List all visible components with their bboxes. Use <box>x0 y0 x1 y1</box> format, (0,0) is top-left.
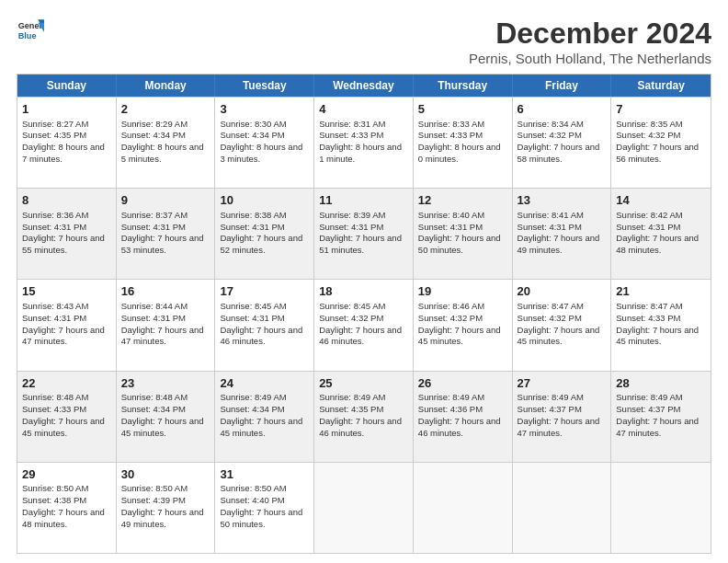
day-info: Sunrise: 8:50 AM Sunset: 4:39 PM Dayligh… <box>121 483 210 530</box>
calendar-cell: 9Sunrise: 8:37 AM Sunset: 4:31 PM Daylig… <box>117 189 216 279</box>
calendar-row-1: 8Sunrise: 8:36 AM Sunset: 4:31 PM Daylig… <box>17 188 711 279</box>
day-number: 6 <box>518 101 607 118</box>
calendar-cell: 30Sunrise: 8:50 AM Sunset: 4:39 PM Dayli… <box>117 463 216 553</box>
calendar-cell: 26Sunrise: 8:49 AM Sunset: 4:36 PM Dayli… <box>414 372 513 462</box>
day-number: 12 <box>418 192 507 209</box>
day-number: 11 <box>319 192 408 209</box>
day-number: 23 <box>121 375 210 392</box>
day-number: 22 <box>22 375 111 392</box>
calendar-cell: 7Sunrise: 8:35 AM Sunset: 4:32 PM Daylig… <box>611 98 711 188</box>
day-number: 31 <box>220 466 309 483</box>
day-info: Sunrise: 8:44 AM Sunset: 4:31 PM Dayligh… <box>121 301 210 348</box>
day-info: Sunrise: 8:31 AM Sunset: 4:33 PM Dayligh… <box>319 119 408 166</box>
day-number: 10 <box>220 192 309 209</box>
day-info: Sunrise: 8:27 AM Sunset: 4:35 PM Dayligh… <box>22 119 111 166</box>
day-number: 5 <box>418 101 507 118</box>
day-number: 19 <box>418 283 507 300</box>
day-number: 3 <box>220 101 309 118</box>
logo: General Blue <box>17 17 44 44</box>
header-cell-wednesday: Wednesday <box>314 75 414 97</box>
calendar-cell: 23Sunrise: 8:48 AM Sunset: 4:34 PM Dayli… <box>117 372 216 462</box>
day-info: Sunrise: 8:30 AM Sunset: 4:34 PM Dayligh… <box>220 119 309 166</box>
calendar-cell <box>414 463 513 553</box>
page: General Blue December 2024 Pernis, South… <box>0 0 728 563</box>
day-info: Sunrise: 8:49 AM Sunset: 4:37 PM Dayligh… <box>518 392 607 439</box>
day-info: Sunrise: 8:43 AM Sunset: 4:31 PM Dayligh… <box>22 301 111 348</box>
day-info: Sunrise: 8:29 AM Sunset: 4:34 PM Dayligh… <box>121 119 210 166</box>
subtitle: Pernis, South Holland, The Netherlands <box>469 51 711 66</box>
day-number: 4 <box>319 101 408 118</box>
day-info: Sunrise: 8:39 AM Sunset: 4:31 PM Dayligh… <box>319 210 408 257</box>
day-number: 13 <box>518 192 607 209</box>
calendar-cell: 12Sunrise: 8:40 AM Sunset: 4:31 PM Dayli… <box>414 189 513 279</box>
calendar-cell: 21Sunrise: 8:47 AM Sunset: 4:33 PM Dayli… <box>611 280 711 370</box>
calendar-cell: 17Sunrise: 8:45 AM Sunset: 4:31 PM Dayli… <box>215 280 314 370</box>
header-cell-monday: Monday <box>117 75 216 97</box>
calendar-header: SundayMondayTuesdayWednesdayThursdayFrid… <box>17 75 711 97</box>
day-info: Sunrise: 8:47 AM Sunset: 4:33 PM Dayligh… <box>616 301 706 348</box>
day-number: 25 <box>319 375 408 392</box>
calendar-row-2: 15Sunrise: 8:43 AM Sunset: 4:31 PM Dayli… <box>17 279 711 370</box>
calendar-cell: 24Sunrise: 8:49 AM Sunset: 4:34 PM Dayli… <box>215 372 314 462</box>
calendar: SundayMondayTuesdayWednesdayThursdayFrid… <box>17 74 711 554</box>
day-info: Sunrise: 8:50 AM Sunset: 4:38 PM Dayligh… <box>22 483 111 530</box>
calendar-cell: 13Sunrise: 8:41 AM Sunset: 4:31 PM Dayli… <box>513 189 612 279</box>
day-number: 1 <box>22 101 111 118</box>
header-cell-sunday: Sunday <box>17 75 117 97</box>
day-number: 17 <box>220 283 309 300</box>
calendar-cell: 4Sunrise: 8:31 AM Sunset: 4:33 PM Daylig… <box>314 98 414 188</box>
calendar-cell: 5Sunrise: 8:33 AM Sunset: 4:33 PM Daylig… <box>414 98 513 188</box>
calendar-cell: 25Sunrise: 8:49 AM Sunset: 4:35 PM Dayli… <box>314 372 414 462</box>
day-info: Sunrise: 8:34 AM Sunset: 4:32 PM Dayligh… <box>518 119 607 166</box>
title-block: December 2024 Pernis, South Holland, The… <box>469 17 711 66</box>
day-number: 26 <box>418 375 507 392</box>
day-info: Sunrise: 8:42 AM Sunset: 4:31 PM Dayligh… <box>616 210 706 257</box>
day-number: 9 <box>121 192 210 209</box>
day-number: 16 <box>121 283 210 300</box>
header-cell-thursday: Thursday <box>414 75 513 97</box>
calendar-cell: 27Sunrise: 8:49 AM Sunset: 4:37 PM Dayli… <box>513 372 612 462</box>
day-number: 29 <box>22 466 111 483</box>
calendar-row-3: 22Sunrise: 8:48 AM Sunset: 4:33 PM Dayli… <box>17 371 711 462</box>
calendar-cell: 29Sunrise: 8:50 AM Sunset: 4:38 PM Dayli… <box>17 463 117 553</box>
day-info: Sunrise: 8:49 AM Sunset: 4:37 PM Dayligh… <box>616 392 706 439</box>
calendar-body: 1Sunrise: 8:27 AM Sunset: 4:35 PM Daylig… <box>17 97 711 553</box>
calendar-cell: 15Sunrise: 8:43 AM Sunset: 4:31 PM Dayli… <box>17 280 117 370</box>
day-number: 15 <box>22 283 111 300</box>
day-number: 30 <box>121 466 210 483</box>
calendar-cell: 1Sunrise: 8:27 AM Sunset: 4:35 PM Daylig… <box>17 98 117 188</box>
calendar-cell: 3Sunrise: 8:30 AM Sunset: 4:34 PM Daylig… <box>215 98 314 188</box>
svg-text:Blue: Blue <box>18 31 37 40</box>
logo-icon: General Blue <box>17 17 44 44</box>
day-number: 27 <box>518 375 607 392</box>
day-info: Sunrise: 8:45 AM Sunset: 4:32 PM Dayligh… <box>319 301 408 348</box>
day-info: Sunrise: 8:35 AM Sunset: 4:32 PM Dayligh… <box>616 119 706 166</box>
calendar-row-4: 29Sunrise: 8:50 AM Sunset: 4:38 PM Dayli… <box>17 462 711 553</box>
header-cell-tuesday: Tuesday <box>215 75 314 97</box>
calendar-cell <box>513 463 612 553</box>
day-info: Sunrise: 8:41 AM Sunset: 4:31 PM Dayligh… <box>518 210 607 257</box>
day-number: 20 <box>518 283 607 300</box>
day-info: Sunrise: 8:48 AM Sunset: 4:33 PM Dayligh… <box>22 392 111 439</box>
day-info: Sunrise: 8:33 AM Sunset: 4:33 PM Dayligh… <box>418 119 507 166</box>
day-info: Sunrise: 8:49 AM Sunset: 4:34 PM Dayligh… <box>220 392 309 439</box>
day-number: 28 <box>616 375 706 392</box>
day-number: 2 <box>121 101 210 118</box>
day-number: 24 <box>220 375 309 392</box>
main-title: December 2024 <box>469 17 711 51</box>
day-info: Sunrise: 8:37 AM Sunset: 4:31 PM Dayligh… <box>121 210 210 257</box>
day-number: 18 <box>319 283 408 300</box>
calendar-cell: 20Sunrise: 8:47 AM Sunset: 4:32 PM Dayli… <box>513 280 612 370</box>
day-info: Sunrise: 8:47 AM Sunset: 4:32 PM Dayligh… <box>518 301 607 348</box>
calendar-cell <box>314 463 414 553</box>
header-cell-saturday: Saturday <box>611 75 711 97</box>
calendar-cell: 14Sunrise: 8:42 AM Sunset: 4:31 PM Dayli… <box>611 189 711 279</box>
day-info: Sunrise: 8:50 AM Sunset: 4:40 PM Dayligh… <box>220 483 309 530</box>
day-number: 8 <box>22 192 111 209</box>
calendar-cell: 18Sunrise: 8:45 AM Sunset: 4:32 PM Dayli… <box>314 280 414 370</box>
header: General Blue December 2024 Pernis, South… <box>17 17 711 66</box>
calendar-cell: 8Sunrise: 8:36 AM Sunset: 4:31 PM Daylig… <box>17 189 117 279</box>
day-number: 21 <box>616 283 706 300</box>
day-info: Sunrise: 8:36 AM Sunset: 4:31 PM Dayligh… <box>22 210 111 257</box>
header-cell-friday: Friday <box>513 75 612 97</box>
